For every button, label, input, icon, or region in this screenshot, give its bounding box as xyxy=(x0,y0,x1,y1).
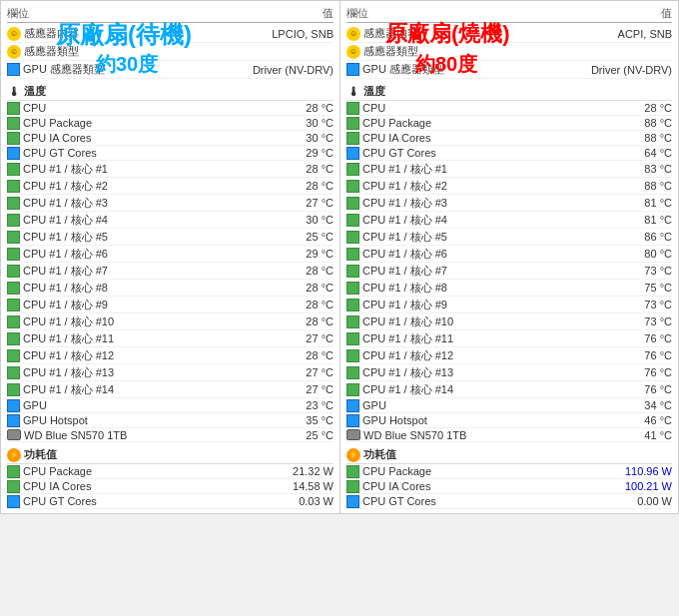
power-row: CPU IA Cores14.58 W xyxy=(7,479,334,494)
sensor-header-value: Driver (NV-DRV) xyxy=(591,64,672,76)
temp-value: 28 °C xyxy=(279,180,334,192)
temp-value: 28 °C xyxy=(279,299,334,310)
temp-value: 76 °C xyxy=(617,349,672,361)
power-section-header: ⚡功耗值 xyxy=(346,444,672,464)
power-row: CPU Package110.96 W xyxy=(346,464,672,479)
temperature-row: CPU #1 / 核心 #828 °C xyxy=(7,280,334,297)
green-temp-icon xyxy=(7,282,20,295)
temp-value: 76 °C xyxy=(617,383,672,395)
temp-label: CPU #1 / 核心 #4 xyxy=(23,213,279,228)
temp-value: 23 °C xyxy=(279,399,334,411)
temp-value: 30 °C xyxy=(279,117,334,129)
power-value: 0.03 W xyxy=(274,495,334,507)
temperature-section-header: 🌡溫度 xyxy=(7,81,334,101)
power-label: CPU GT Cores xyxy=(23,495,274,507)
green-temp-icon xyxy=(346,117,359,130)
temperature-row: WD Blue SN570 1TB41 °C xyxy=(346,428,672,442)
green-temp-icon xyxy=(7,197,20,210)
content-icon: ☺ xyxy=(7,27,21,41)
temperature-row: CPU #1 / 核心 #1176 °C xyxy=(346,330,672,347)
green-temp-icon xyxy=(346,180,359,193)
temperature-row: CPU #1 / 核心 #629 °C xyxy=(7,246,334,263)
green-temp-icon xyxy=(7,214,20,227)
temp-value: 73 °C xyxy=(617,265,672,277)
temp-value: 35 °C xyxy=(279,414,334,426)
temp-value: 29 °C xyxy=(279,147,334,159)
temp-value: 34 °C xyxy=(617,399,672,411)
temperature-row: CPU28 °C xyxy=(346,101,672,116)
power-row: CPU IA Cores100.21 W xyxy=(346,479,672,494)
power-label: CPU GT Cores xyxy=(362,495,612,507)
temp-value: 28 °C xyxy=(617,102,672,114)
temp-label: CPU #1 / 核心 #5 xyxy=(362,230,617,245)
temp-label: CPU #1 / 核心 #10 xyxy=(23,314,279,329)
temp-label: CPU #1 / 核心 #6 xyxy=(23,247,279,262)
blue-temp-icon xyxy=(7,414,20,427)
temperature-row: CPU #1 / 核心 #288 °C xyxy=(346,178,672,195)
temp-value: 83 °C xyxy=(617,163,672,175)
temperature-row: CPU #1 / 核心 #481 °C xyxy=(346,212,672,229)
temperature-row: GPU Hotspot35 °C xyxy=(7,413,334,428)
blue-temp-icon xyxy=(7,147,20,160)
temp-value: 30 °C xyxy=(279,132,334,144)
green-temp-icon xyxy=(346,231,359,244)
temperature-row: CPU #1 / 核心 #1427 °C xyxy=(7,381,334,398)
temp-value: 28 °C xyxy=(279,349,334,361)
green-temp-icon xyxy=(7,163,20,176)
temp-value: 27 °C xyxy=(279,383,334,395)
temp-value: 30 °C xyxy=(279,214,334,226)
temp-label: CPU #1 / 核心 #8 xyxy=(362,281,617,296)
overlay-temp: 約30度 xyxy=(96,51,158,78)
temp-value: 28 °C xyxy=(279,102,334,114)
power-value: 21.32 W xyxy=(274,465,334,477)
temperature-row: CPU #1 / 核心 #586 °C xyxy=(346,229,672,246)
overlay-title: 原廠扇(待機) xyxy=(56,19,192,51)
temperature-row: CPU #1 / 核心 #773 °C xyxy=(346,263,672,280)
green-temp-icon xyxy=(7,180,20,193)
temperature-row: CPU #1 / 核心 #1276 °C xyxy=(346,347,672,364)
temperature-row: CPU #1 / 核心 #928 °C xyxy=(7,297,334,313)
temp-value: 86 °C xyxy=(617,231,672,243)
power-label: CPU IA Cores xyxy=(23,480,274,492)
temp-label: CPU #1 / 核心 #14 xyxy=(362,382,617,397)
temp-value: 27 °C xyxy=(279,332,334,344)
temp-value: 88 °C xyxy=(617,132,672,144)
temperature-row: GPU Hotspot46 °C xyxy=(346,413,672,428)
temperature-row: WD Blue SN570 1TB25 °C xyxy=(7,428,334,442)
green-power-icon xyxy=(7,480,20,493)
temperature-row: CPU #1 / 核心 #875 °C xyxy=(346,280,672,297)
power-row: CPU Package21.32 W xyxy=(7,464,334,479)
temp-value: 25 °C xyxy=(279,231,334,243)
temp-label: WD Blue SN570 1TB xyxy=(363,429,617,441)
temperature-row: CPU #1 / 核心 #1028 °C xyxy=(7,313,334,330)
temperature-row: CPU Package30 °C xyxy=(7,116,334,131)
green-temp-icon xyxy=(7,117,20,130)
panel-idle: 欄位值☺感應器內容LPCIO, SNB☺感應器類型GPU 感應器類型Driver… xyxy=(0,0,340,514)
temperature-row: CPU #1 / 核心 #1127 °C xyxy=(7,330,334,347)
temp-value: 88 °C xyxy=(617,180,672,192)
overlay-title: 原廠扇(燒機) xyxy=(385,19,510,49)
temp-label: CPU #1 / 核心 #11 xyxy=(23,331,279,346)
blue-power-icon xyxy=(7,495,20,508)
power-icon: ⚡ xyxy=(346,448,360,462)
temperature-row: CPU #1 / 核心 #1228 °C xyxy=(7,347,334,364)
temp-label: CPU #1 / 核心 #10 xyxy=(362,314,617,329)
green-temp-icon xyxy=(346,332,359,345)
content-icon: ☺ xyxy=(346,27,360,41)
green-temp-icon xyxy=(7,132,20,145)
temp-label: GPU xyxy=(362,399,617,411)
green-temp-icon xyxy=(7,349,20,362)
temp-label: CPU #1 / 核心 #4 xyxy=(362,213,617,228)
temp-value: 28 °C xyxy=(279,163,334,175)
power-icon: ⚡ xyxy=(7,448,21,462)
power-section-header: ⚡功耗值 xyxy=(7,444,334,464)
temp-value: 64 °C xyxy=(617,147,672,159)
temp-label: CPU GT Cores xyxy=(23,147,279,159)
blue-temp-icon xyxy=(346,399,359,412)
green-power-icon xyxy=(346,465,359,478)
temp-label: CPU xyxy=(362,102,617,114)
temp-label: CPU #1 / 核心 #8 xyxy=(23,281,279,296)
temp-value: 81 °C xyxy=(617,214,672,226)
temp-label: CPU IA Cores xyxy=(23,132,279,144)
temp-value: 73 °C xyxy=(617,315,672,327)
